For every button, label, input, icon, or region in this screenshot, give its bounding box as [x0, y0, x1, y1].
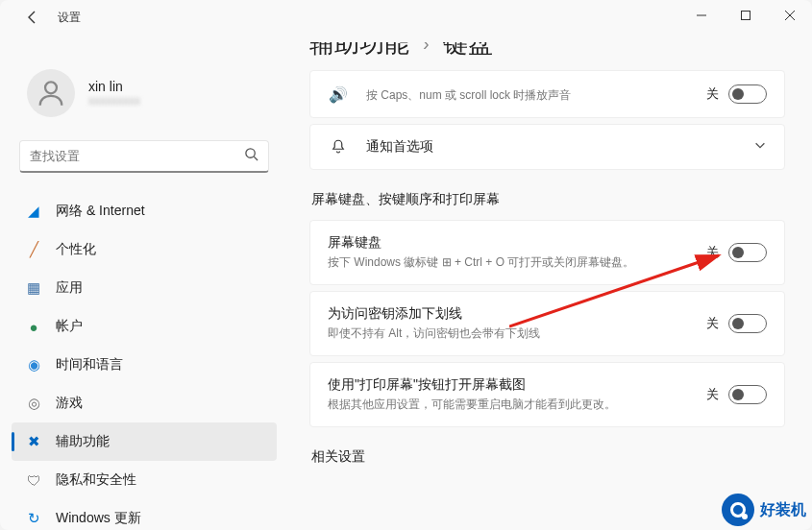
back-button[interactable] — [23, 8, 42, 27]
sidebar-item-time-language[interactable]: ◉时间和语言 — [12, 346, 277, 384]
watermark-text: 好装机 — [760, 500, 806, 520]
breadcrumb-parent[interactable]: 辅助功能 — [309, 42, 409, 60]
sidebar-item-personalization[interactable]: ╱个性化 — [12, 230, 277, 269]
card-desc: 按下 Windows 徽标键 ⊞ + Ctrl + O 可打开或关闭屏幕键盘。 — [328, 253, 689, 271]
card-title: 屏幕键盘 — [328, 234, 689, 252]
user-email: xxxxxxxxx — [88, 94, 140, 108]
minimize-button[interactable] — [679, 0, 724, 31]
svg-rect-1 — [742, 12, 750, 20]
breadcrumb: 辅助功能 › 键盘 — [309, 42, 785, 60]
search-input[interactable] — [30, 149, 244, 163]
person-icon: ● — [25, 318, 42, 335]
toggle-switch[interactable] — [728, 385, 767, 404]
toggle-state: 关 — [706, 244, 719, 261]
sidebar-item-label: 辅助功能 — [56, 433, 110, 450]
toggle-switch[interactable] — [728, 314, 767, 333]
svg-point-4 — [45, 82, 57, 93]
search-icon — [244, 147, 258, 165]
section-header: 相关设置 — [311, 448, 785, 466]
breadcrumb-current: 键盘 — [443, 42, 493, 60]
sidebar-item-privacy[interactable]: 🛡隐私和安全性 — [12, 461, 277, 499]
brush-icon: ╱ — [25, 241, 42, 258]
sidebar-item-network[interactable]: ◢网络 & Internet — [12, 192, 277, 230]
sidebar-item-label: 应用 — [56, 279, 83, 297]
sidebar-item-label: 网络 & Internet — [56, 203, 145, 220]
bell-icon — [328, 138, 349, 156]
card-desc: 即使不持有 Alt，访问密钥也会带有下划线 — [328, 325, 689, 342]
apps-icon: ▦ — [25, 279, 42, 297]
svg-line-6 — [254, 157, 258, 160]
close-button[interactable] — [768, 0, 812, 31]
toggle-state: 关 — [706, 85, 719, 103]
shield-icon: 🛡 — [25, 471, 42, 489]
sidebar-item-label: 帐户 — [56, 318, 83, 335]
sidebar-item-gaming[interactable]: ◎游戏 — [12, 384, 277, 422]
user-profile[interactable]: xin lin xxxxxxxxx — [12, 42, 277, 125]
card-underline-access-keys: 为访问密钥添加下划线 即使不持有 Alt，访问密钥也会带有下划线 关 — [309, 291, 785, 356]
sidebar-item-windows-update[interactable]: ↻Windows 更新 — [12, 499, 277, 530]
wifi-icon: ◢ — [25, 203, 42, 220]
search-input-wrap[interactable] — [19, 140, 269, 173]
card-title: 为访问密钥添加下划线 — [328, 305, 689, 323]
sidebar-item-accounts[interactable]: ●帐户 — [12, 307, 277, 346]
toggle-state: 关 — [706, 386, 719, 403]
card-desc: 根据其他应用设置，可能需要重启电脑才能看到此更改。 — [328, 396, 689, 413]
user-name: xin lin — [88, 79, 140, 94]
card-title: 通知首选项 — [366, 138, 736, 156]
maximize-button[interactable] — [724, 0, 768, 31]
sidebar-item-apps[interactable]: ▦应用 — [12, 269, 277, 307]
svg-point-5 — [246, 149, 255, 157]
sidebar-item-label: 时间和语言 — [56, 356, 123, 373]
accessibility-icon: ✖ — [25, 433, 42, 450]
watermark: 好装机 — [722, 494, 806, 526]
toggle-state: 关 — [706, 315, 719, 332]
game-icon: ◎ — [25, 395, 42, 412]
speaker-icon: 🔊 — [328, 85, 349, 104]
chevron-down-icon — [753, 138, 767, 156]
sidebar-item-label: 游戏 — [56, 395, 83, 412]
sidebar-item-label: 隐私和安全性 — [56, 471, 136, 489]
chevron-right-icon: › — [423, 42, 430, 55]
card-onscreen-keyboard: 屏幕键盘 按下 Windows 徽标键 ⊞ + Ctrl + O 可打开或关闭屏… — [309, 220, 785, 285]
toggle-switch[interactable] — [728, 84, 767, 104]
card-sound-on-lock-keys[interactable]: 🔊 按 Caps、num 或 scroll lock 时播放声音 关 — [309, 70, 785, 118]
card-notification-preferences[interactable]: 通知首选项 — [309, 124, 785, 170]
section-header: 屏幕键盘、按键顺序和打印屏幕 — [311, 191, 785, 208]
app-title: 设置 — [58, 10, 81, 26]
card-printscreen-snipping: 使用"打印屏幕"按钮打开屏幕截图 根据其他应用设置，可能需要重启电脑才能看到此更… — [309, 362, 785, 427]
sidebar-item-accessibility[interactable]: ✖辅助功能 — [12, 422, 277, 461]
card-desc: 按 Caps、num 或 scroll lock 时播放声音 — [366, 86, 689, 104]
sidebar-item-label: Windows 更新 — [56, 510, 141, 527]
avatar — [27, 69, 75, 117]
card-title: 使用"打印屏幕"按钮打开屏幕截图 — [328, 376, 689, 394]
toggle-switch[interactable] — [728, 243, 767, 262]
sidebar-item-label: 个性化 — [56, 241, 96, 258]
globe-icon: ◉ — [25, 356, 42, 373]
update-icon: ↻ — [25, 510, 42, 527]
watermark-logo-icon — [722, 494, 754, 526]
